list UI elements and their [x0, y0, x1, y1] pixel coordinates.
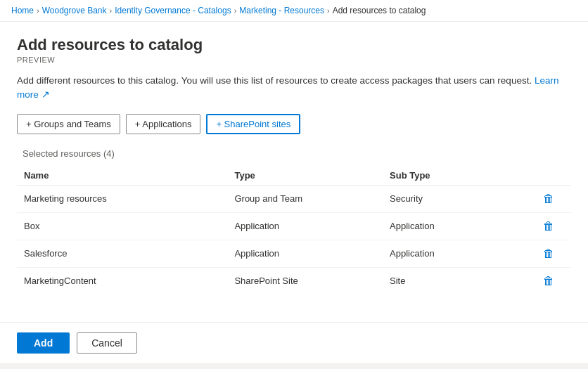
table-row: Salesforce Application Application 🗑 — [17, 240, 571, 267]
scrollbar-area — [0, 363, 588, 369]
breadcrumb-bank[interactable]: Woodgrove Bank — [42, 6, 107, 15]
col-header-name: Name — [17, 166, 227, 186]
delete-marketing-button[interactable]: 🗑 — [539, 191, 558, 207]
breadcrumb-sep-1: › — [37, 6, 39, 15]
sharepoint-sites-button[interactable]: + SharePoint sites — [206, 114, 300, 134]
breadcrumb-resources[interactable]: Marketing - Resources — [239, 6, 324, 15]
breadcrumb-sep-2: › — [110, 6, 113, 15]
row-subtype-marketing-content: Site — [383, 267, 527, 294]
add-button[interactable]: Add — [17, 332, 70, 354]
external-link-icon: ↗ — [41, 89, 50, 100]
breadcrumb-sep-4: › — [327, 6, 330, 15]
description-body: Add different resources to this catalog.… — [17, 75, 532, 86]
page-title: Add resources to catalog — [17, 36, 571, 54]
row-subtype-salesforce: Application — [383, 240, 527, 267]
description-text: Add different resources to this catalog.… — [17, 74, 571, 103]
main-content: Add resources to catalog PREVIEW Add dif… — [0, 22, 588, 322]
table-row: MarketingContent SharePoint Site Site 🗑 — [17, 267, 571, 294]
delete-salesforce-button[interactable]: 🗑 — [539, 246, 558, 261]
col-header-subtype: Sub Type — [383, 166, 527, 186]
row-name-marketing-content: MarketingContent — [17, 267, 227, 294]
groups-teams-button[interactable]: + Groups and Teams — [17, 114, 120, 134]
table-header: Name Type Sub Type — [17, 166, 571, 186]
delete-marketing-content-button[interactable]: 🗑 — [539, 273, 558, 289]
selected-resources-label: Selected resources (4) — [17, 148, 571, 159]
row-name-box: Box — [17, 212, 227, 240]
row-type-salesforce: Application — [227, 240, 383, 267]
row-subtype-marketing: Security — [383, 185, 527, 212]
row-subtype-box: Application — [383, 212, 527, 240]
breadcrumb-sep-3: › — [234, 6, 237, 15]
breadcrumb-catalog[interactable]: Identity Governance - Catalogs — [115, 6, 231, 15]
resources-table: Name Type Sub Type Marketing resources G… — [17, 166, 571, 294]
page-wrapper: Home › Woodgrove Bank › Identity Governa… — [0, 0, 588, 369]
row-type-box: Application — [227, 212, 383, 240]
row-action-marketing-content: 🗑 — [527, 267, 571, 294]
row-action-salesforce: 🗑 — [527, 240, 571, 267]
breadcrumb-current: Add resources to catalog — [333, 6, 426, 15]
row-action-box: 🗑 — [527, 212, 571, 240]
resource-type-buttons: + Groups and Teams + Applications + Shar… — [17, 114, 571, 134]
delete-box-button[interactable]: 🗑 — [539, 219, 558, 234]
table-row: Box Application Application 🗑 — [17, 212, 571, 240]
row-name-marketing: Marketing resources — [17, 185, 227, 212]
breadcrumb: Home › Woodgrove Bank › Identity Governa… — [0, 0, 588, 22]
footer-bar: Add Cancel — [0, 322, 588, 363]
row-type-marketing: Group and Team — [227, 185, 383, 212]
table-body: Marketing resources Group and Team Secur… — [17, 185, 571, 294]
table-row: Marketing resources Group and Team Secur… — [17, 185, 571, 212]
table-header-row: Name Type Sub Type — [17, 166, 571, 186]
breadcrumb-home[interactable]: Home — [11, 6, 34, 15]
cancel-button[interactable]: Cancel — [77, 332, 137, 354]
col-header-type: Type — [227, 166, 383, 186]
col-header-action — [527, 166, 571, 186]
row-action-marketing: 🗑 — [527, 185, 571, 212]
applications-button[interactable]: + Applications — [126, 114, 201, 134]
preview-badge: PREVIEW — [17, 56, 571, 64]
row-type-marketing-content: SharePoint Site — [227, 267, 383, 294]
row-name-salesforce: Salesforce — [17, 240, 227, 267]
